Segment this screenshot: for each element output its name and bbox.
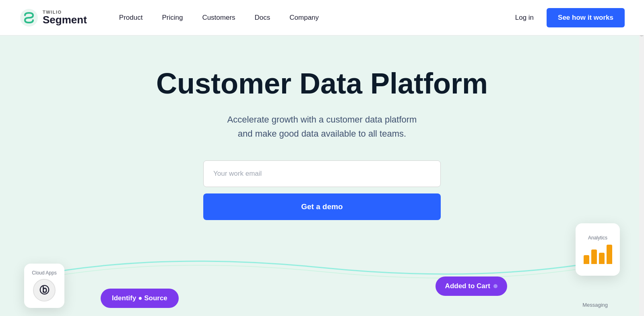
- nav-link-customers[interactable]: Customers: [202, 14, 235, 22]
- hero-form: Get a demo: [203, 160, 441, 220]
- messaging-label: Messaging: [582, 302, 608, 308]
- analytics-label: Analytics: [588, 235, 607, 241]
- bar-chart: [584, 244, 612, 264]
- hero-title: Customer Data Platform: [156, 68, 488, 100]
- logo[interactable]: TWILIO Segment: [19, 8, 87, 27]
- hero-subtitle: Accelerate growth with a customer data p…: [227, 112, 417, 141]
- segment-logo-icon: [19, 8, 39, 27]
- hero-subtitle-line1: Accelerate growth with a customer data p…: [227, 114, 417, 125]
- scrollbar[interactable]: [639, 0, 644, 316]
- email-input[interactable]: [203, 160, 441, 187]
- cloud-apps-icon: ⓑ: [33, 279, 56, 301]
- bar-4: [607, 245, 612, 264]
- nav-link-company[interactable]: Company: [289, 14, 319, 22]
- nav-link-docs[interactable]: Docs: [255, 14, 270, 22]
- navigation: TWILIO Segment Product Pricing Customers…: [0, 0, 644, 35]
- curve-decoration: [0, 243, 644, 292]
- bar-1: [584, 255, 589, 264]
- nav-link-pricing[interactable]: Pricing: [162, 14, 183, 22]
- added-to-cart-label: Added to Cart: [445, 282, 490, 290]
- login-link[interactable]: Log in: [515, 14, 534, 22]
- hero-section: Customer Data Platform Accelerate growth…: [0, 35, 644, 316]
- cart-dot: [493, 284, 497, 288]
- analytics-card: Analytics: [576, 223, 620, 276]
- bar-3: [599, 253, 605, 264]
- purple-pill-bottom: Identify ● Source: [101, 289, 179, 308]
- get-demo-button[interactable]: Get a demo: [203, 193, 441, 220]
- see-how-it-works-button[interactable]: See how it works: [547, 8, 625, 27]
- purple-pill-label: Identify ● Source: [112, 294, 167, 302]
- nav-link-product[interactable]: Product: [119, 14, 143, 22]
- added-to-cart-pill: Added to Cart: [436, 276, 507, 296]
- nav-actions: Log in See how it works: [515, 8, 625, 27]
- cloud-apps-label: Cloud Apps: [32, 270, 56, 276]
- cloud-apps-card: Cloud Apps ⓑ: [24, 264, 64, 308]
- segment-label: Segment: [43, 15, 87, 25]
- hero-subtitle-line2: and make good data available to all team…: [238, 129, 406, 139]
- bar-2: [591, 249, 597, 264]
- logo-text: TWILIO Segment: [43, 10, 87, 25]
- nav-links: Product Pricing Customers Docs Company: [119, 14, 515, 22]
